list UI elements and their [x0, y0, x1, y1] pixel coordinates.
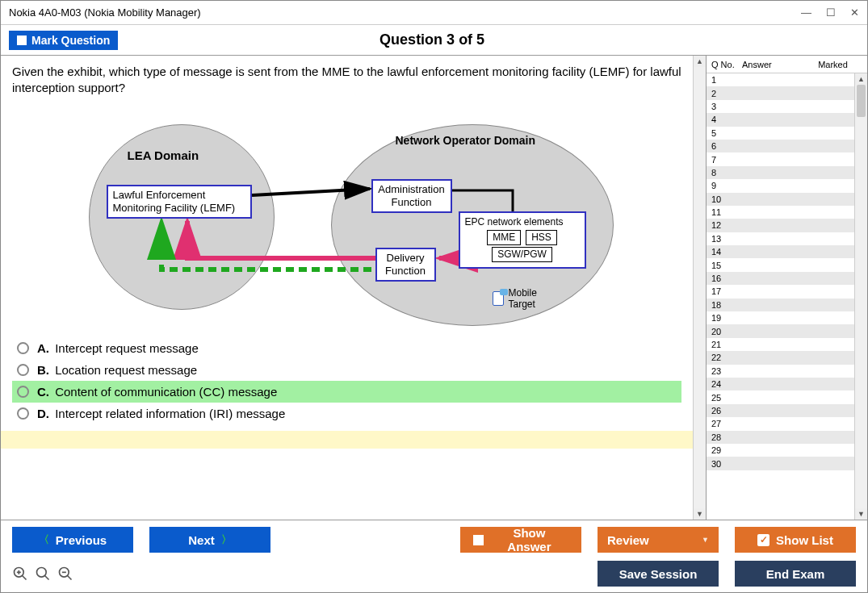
- lemf-box: Lawful Enforcement Monitoring Facility (…: [107, 185, 252, 219]
- answer-option[interactable]: A. Intercept request message: [12, 337, 681, 359]
- scroll-thumb[interactable]: [857, 85, 866, 117]
- scroll-down-icon[interactable]: ▼: [694, 508, 706, 520]
- window-title: Nokia 4A0-M03 (Nokia Mobility Manager): [9, 6, 201, 19]
- question-list-panel: Q No. Answer Marked 12345678910111213141…: [706, 56, 867, 520]
- answer-list: A. Intercept request messageB. Location …: [1, 337, 693, 424]
- scroll-down-icon[interactable]: ▼: [855, 508, 867, 520]
- answer-option[interactable]: B. Location request message: [12, 359, 681, 381]
- titlebar: Nokia 4A0-M03 (Nokia Mobility Manager) —…: [1, 1, 867, 25]
- admin-function-box: Administration Function: [371, 179, 452, 214]
- body: Given the exhibit, which type of message…: [1, 56, 867, 520]
- dropdown-icon: ▼: [702, 536, 709, 544]
- question-list-row[interactable]: 8: [707, 166, 854, 179]
- delivery-function-box: Delivery Function: [375, 248, 436, 282]
- question-list-row[interactable]: 2: [707, 86, 854, 99]
- review-button[interactable]: Review ▼: [598, 527, 719, 553]
- exhibit-diagram: LEA Domain Network Operator Domain La: [73, 108, 622, 326]
- main-column: Given the exhibit, which type of message…: [1, 56, 693, 520]
- question-list-row[interactable]: 1: [707, 73, 854, 86]
- zoom-reset-icon[interactable]: [35, 566, 51, 582]
- question-text: Given the exhibit, which type of message…: [1, 56, 693, 100]
- question-list-row[interactable]: 17: [707, 285, 854, 298]
- scroll-up-icon[interactable]: ▲: [694, 56, 706, 67]
- header-bar: Mark Question Question 3 of 5: [1, 25, 867, 56]
- maximize-icon[interactable]: ☐: [826, 6, 836, 19]
- question-list-row[interactable]: 4: [707, 113, 854, 126]
- show-list-button[interactable]: ✓ Show List: [735, 527, 856, 553]
- lea-domain-label: LEA Domain: [128, 148, 199, 162]
- radio-icon: [17, 386, 29, 398]
- question-list-row[interactable]: 27: [707, 417, 854, 430]
- checkmark-icon: ✓: [757, 534, 769, 546]
- mobile-icon: [493, 291, 504, 306]
- radio-icon: [17, 364, 29, 376]
- question-list-row[interactable]: 22: [707, 351, 854, 364]
- question-list-row[interactable]: 13: [707, 232, 854, 245]
- chevron-right-icon: 〉: [221, 532, 232, 547]
- answer-option[interactable]: D. Intercept related information (IRI) m…: [12, 403, 681, 424]
- col-marked: Marked: [799, 60, 867, 69]
- close-icon[interactable]: ✕: [850, 6, 859, 19]
- app-window: Nokia 4A0-M03 (Nokia Mobility Manager) —…: [0, 0, 868, 593]
- radio-icon: [17, 407, 29, 420]
- question-list-row[interactable]: 3: [707, 100, 854, 113]
- col-qno: Q No.: [707, 60, 742, 69]
- answer-option[interactable]: C. Content of communication (CC) message: [12, 381, 681, 403]
- minimize-icon[interactable]: —: [801, 6, 811, 19]
- end-exam-button[interactable]: End Exam: [735, 561, 856, 587]
- svg-line-7: [45, 576, 49, 580]
- chevron-left-icon: 〈: [39, 532, 49, 547]
- mobile-target: Mobile Target: [493, 287, 537, 310]
- question-list-row[interactable]: 16: [707, 272, 854, 285]
- highlight-strip: [1, 431, 693, 449]
- mark-question-label: Mark Question: [31, 34, 110, 47]
- question-list-row[interactable]: 7: [707, 152, 854, 165]
- question-list-row[interactable]: 11: [707, 206, 854, 219]
- question-list-row[interactable]: 15: [707, 258, 854, 271]
- zoom-in-icon[interactable]: [12, 566, 28, 582]
- question-list-row[interactable]: 12: [707, 219, 854, 232]
- side-scrollbar[interactable]: ▲ ▼: [854, 73, 867, 520]
- question-list-row[interactable]: 9: [707, 179, 854, 192]
- col-answer: Answer: [742, 60, 799, 69]
- main-scrollbar[interactable]: ▲ ▼: [693, 56, 706, 520]
- window-controls: — ☐ ✕: [801, 6, 859, 19]
- scroll-up-icon[interactable]: ▲: [855, 73, 867, 85]
- mme-label: MME: [487, 230, 521, 245]
- checkbox-icon: [473, 535, 484, 545]
- question-list-row[interactable]: 24: [707, 378, 854, 390]
- save-session-button[interactable]: Save Session: [598, 561, 719, 587]
- question-list-row[interactable]: 21: [707, 338, 854, 351]
- svg-line-3: [23, 576, 27, 580]
- question-list-row[interactable]: 26: [707, 404, 854, 417]
- svg-line-9: [68, 576, 72, 580]
- zoom-out-icon[interactable]: [57, 566, 73, 582]
- sgw-label: SGW/PGW: [492, 247, 552, 262]
- question-list-header: Q No. Answer Marked: [707, 56, 867, 73]
- svg-point-6: [37, 568, 47, 578]
- question-list-row[interactable]: 23: [707, 365, 854, 378]
- previous-button[interactable]: 〈 Previous: [12, 527, 133, 553]
- question-list-row[interactable]: 10: [707, 193, 854, 206]
- question-list-row[interactable]: 25: [707, 390, 854, 403]
- mark-question-button[interactable]: Mark Question: [9, 31, 118, 50]
- question-list-row[interactable]: 28: [707, 431, 854, 444]
- question-list-row[interactable]: 5: [707, 127, 854, 140]
- question-list-row[interactable]: 6: [707, 140, 854, 152]
- epc-box: EPC network elements MME HSS SGW/PGW: [459, 211, 586, 269]
- question-list: 1234567891011121314151617181920212223242…: [707, 73, 867, 520]
- question-list-row[interactable]: 19: [707, 311, 854, 324]
- question-list-row[interactable]: 14: [707, 245, 854, 258]
- nod-label: Network Operator Domain: [396, 134, 535, 147]
- next-button[interactable]: Next 〉: [149, 527, 270, 553]
- question-list-row[interactable]: 18: [707, 299, 854, 311]
- hss-label: HSS: [526, 230, 557, 245]
- show-answer-button[interactable]: Show Answer: [460, 527, 581, 553]
- question-list-row[interactable]: 29: [707, 444, 854, 457]
- question-list-row[interactable]: 30: [707, 457, 854, 470]
- footer: 〈 Previous Next 〉 Show Answer Review ▼ ✓…: [1, 520, 867, 592]
- question-counter: Question 3 of 5: [118, 31, 746, 48]
- checkbox-icon: [17, 35, 27, 45]
- radio-icon: [17, 342, 29, 354]
- question-list-row[interactable]: 20: [707, 324, 854, 337]
